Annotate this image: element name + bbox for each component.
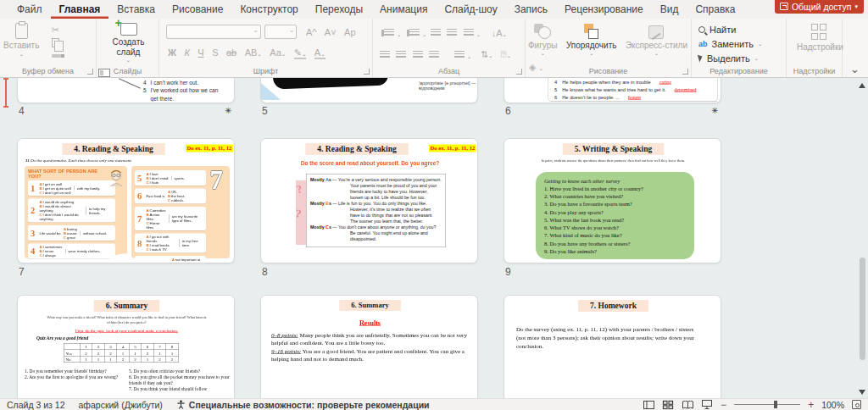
line-number: 4 xyxy=(143,79,147,86)
copy-icon xyxy=(52,38,59,47)
zoom-slider-thumb[interactable] xyxy=(774,401,777,408)
ribbon-tab[interactable]: Справка xyxy=(687,0,743,19)
accessibility-checker[interactable]: Специальные возможности: проверьте реком… xyxy=(176,400,430,410)
points-range: 0–8 points: xyxy=(271,332,298,339)
paragraph-dialog-launcher[interactable] xyxy=(516,69,522,75)
slide-thumbnail-12[interactable]: 7. Homework Do the survey (using ex. 11,… xyxy=(504,295,721,398)
insertion-caret xyxy=(5,79,7,107)
vertical-scrollbar[interactable] xyxy=(857,78,867,398)
slide-number-9: 9 xyxy=(505,266,511,278)
result-letter: A xyxy=(326,177,329,182)
share-button[interactable]: Общий доступ ▾ xyxy=(775,0,864,14)
find-button[interactable]: Найти xyxy=(692,22,786,36)
group-clipboard: Вставить ⌄ ✂ Буфер обмена xyxy=(0,19,97,77)
ribbon-tab[interactable]: Анимация xyxy=(371,0,436,19)
table-cell: 1 xyxy=(117,350,130,357)
table-cell: 1 xyxy=(80,343,92,350)
new-slide-button[interactable]: Создать слайд ⌄ xyxy=(100,23,157,63)
slide-thumbnail-8[interactable]: 4. Reading & Speaking Do ex. 11, p. 11, … xyxy=(260,138,478,263)
decrease-indent-icon xyxy=(431,29,441,37)
big-seven-graphic: 7 xyxy=(210,165,224,196)
table-cell: 1 xyxy=(92,356,105,363)
table-cell: 2 xyxy=(153,356,166,363)
ribbon-tab[interactable]: Файл xyxy=(8,0,51,19)
scrollbar-thumb[interactable] xyxy=(860,258,865,360)
slide-thumbnail-7[interactable]: 4. Reading & Speaking Do ex. 11, p. 11, … xyxy=(17,138,235,263)
zoom-in-button[interactable]: + xyxy=(808,399,814,410)
align-left-icon xyxy=(380,51,390,59)
normal-view-button[interactable] xyxy=(643,400,654,410)
table-cell: 2 xyxy=(92,350,105,357)
survey-question: 2. What countries have you visited? xyxy=(544,192,686,200)
font-color-button: А⌄ xyxy=(314,47,326,59)
quick-styles-icon xyxy=(648,25,664,39)
select-button[interactable]: Выделить ⌄ xyxy=(692,51,786,65)
option-letter: C xyxy=(147,180,149,185)
slide-sorter-view-button[interactable] xyxy=(662,400,674,410)
zoom-slider[interactable] xyxy=(734,404,800,405)
line-text: I can't work her out. xyxy=(151,79,223,86)
line-number: 4 xyxy=(554,78,557,86)
scroll-up-icon[interactable] xyxy=(859,83,865,88)
scroll-down-icon[interactable] xyxy=(859,390,865,395)
ribbon-tab[interactable]: Вид xyxy=(652,0,687,19)
ribbon-tab[interactable]: Слайд-шоу xyxy=(436,0,505,19)
italic-button: К xyxy=(184,47,189,58)
slide-title: 4. Reading & Speaking xyxy=(62,143,164,155)
clipboard-dialog-launcher[interactable] xyxy=(87,69,93,75)
language-indicator[interactable]: афарский (Джибути) xyxy=(79,400,163,410)
photo-corner xyxy=(261,83,281,100)
ribbon-tab[interactable]: Рецензирование xyxy=(556,0,652,19)
ribbon-tab[interactable]: Переходы xyxy=(307,0,371,19)
case-glyph: Аа xyxy=(270,47,281,58)
slideshow-button[interactable] xyxy=(701,400,713,410)
item-number: 5 xyxy=(137,173,143,184)
drawing-dialog-launcher[interactable] xyxy=(682,69,688,75)
table-cell: 1 xyxy=(166,350,179,357)
option-letter: C xyxy=(168,198,170,202)
ribbon-tab[interactable]: Запись xyxy=(506,0,556,19)
ribbon-tab[interactable]: Конструктор xyxy=(231,0,306,19)
slide-thumbnail-4[interactable]: 4I can't work her out.5I've worked out h… xyxy=(17,78,235,103)
vocab-entry: 'appropriate [ə prəʊprɪət] — відповідним xyxy=(419,80,478,91)
slide-thumbnail-9[interactable]: 5. Writing & Speaking In pairs, students… xyxy=(504,138,721,263)
table-cell: 2 xyxy=(92,343,105,350)
option-letter: C xyxy=(40,253,42,258)
group-addins: Надстройки Надстройки xyxy=(787,19,843,77)
zoom-out-button[interactable]: − xyxy=(721,399,726,410)
zoom-level[interactable]: 100% xyxy=(821,400,844,410)
numbering-icon xyxy=(409,29,420,37)
shrink-font-button: А˅ xyxy=(325,27,337,37)
slide-thumbnail-11[interactable]: 6. Summary Results 0–8 points: Many peop… xyxy=(260,295,478,398)
item-number: 9 xyxy=(137,260,143,263)
fit-to-window-icon[interactable] xyxy=(852,400,861,409)
align-text-icon: ⇅⌄ xyxy=(481,49,493,59)
survey-box: Getting to know each other survey 1. Hav… xyxy=(536,172,694,259)
quick-styles-label: Экспресс-стили xyxy=(626,41,687,50)
font-name-combobox xyxy=(166,25,261,39)
slide-thumbnail-10[interactable]: 6. Summary What way can you make a frien… xyxy=(17,295,235,398)
font-dialog-launcher[interactable] xyxy=(364,69,370,75)
slide-thumbnail-5[interactable]: 'appropriate [ə prəʊprɪət] — відповідним xyxy=(260,78,478,103)
underline-glyph: Ч xyxy=(198,47,203,58)
arrange-button[interactable]: Упорядочить ⌄ xyxy=(566,24,617,56)
collapse-ribbon-icon[interactable]: ⌄ xyxy=(850,63,860,75)
item-tail: with my family. xyxy=(74,186,100,191)
slide-indicator[interactable]: Слайд 3 из 12 xyxy=(7,400,65,410)
replace-button[interactable]: ab Заменить ⌄ xyxy=(692,36,786,51)
questionnaire-panel-left: WHAT SORT OF PERSON ARE YOU? 1AI get on … xyxy=(25,166,127,258)
new-slide-label: Создать слайд xyxy=(100,37,157,57)
questionnaire-item: 8AI go out with friendsBI read booksCI w… xyxy=(135,234,206,253)
ribbon-tab[interactable]: Главная xyxy=(51,0,109,19)
slide-title: 4. Reading & Speaking xyxy=(305,143,408,155)
slide-thumbnail-6[interactable]: 4He helps people when they are in troubl… xyxy=(504,78,721,103)
group-slides: Создать слайд ⌄ Слайды xyxy=(97,19,159,77)
shapes-icon xyxy=(534,24,551,39)
italic-glyph: К xyxy=(184,47,189,58)
reading-view-button[interactable] xyxy=(682,400,693,410)
item-options: AI get on wellBI get on quite wellCI don… xyxy=(40,182,71,195)
survey-question: 1. Have you lived in another city or cou… xyxy=(544,185,686,192)
table-cell: 1 xyxy=(129,350,142,357)
ribbon-tab[interactable]: Рисование xyxy=(164,0,231,19)
ribbon-tabs: ФайлГлавнаяВставкаРисованиеКонструкторПе… xyxy=(0,0,868,19)
